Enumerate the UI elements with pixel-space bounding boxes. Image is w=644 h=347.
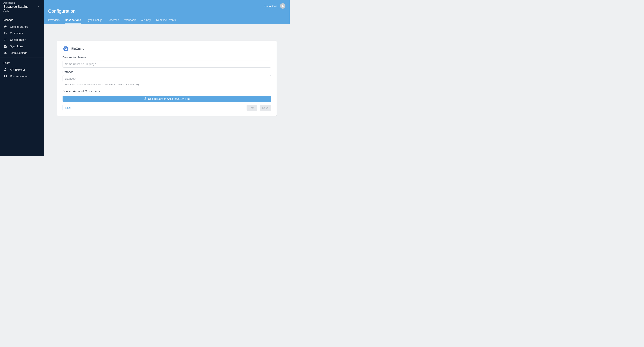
save-button[interactable]: Save: [260, 105, 271, 111]
sidebar-item-label: Sync Runs: [10, 45, 23, 48]
go-to-docs-link[interactable]: Go to docs: [264, 4, 277, 7]
microscope-icon: [4, 68, 7, 71]
people-icon: [4, 31, 7, 35]
tab-destinations[interactable]: Destinations: [65, 18, 81, 24]
test-button[interactable]: Test: [246, 105, 257, 111]
upload-service-account-button[interactable]: Upload Service Account JSON File: [62, 96, 271, 102]
sidebar-item-label: Configuration: [10, 38, 26, 41]
sidebar-item-team-settings[interactable]: Team Settings: [0, 50, 44, 57]
service-account-label: Service Account Credentials: [62, 89, 271, 93]
sidebar-item-label: Documentation: [10, 75, 28, 78]
upload-button-label: Upload Service Account JSON File: [148, 97, 190, 100]
tab-bar: ProvidersDestinationsSync ConfigsSchemas…: [48, 18, 286, 24]
page-header: Go to docs Configuration ProvidersDestin…: [44, 0, 290, 24]
destination-name-input[interactable]: [62, 61, 271, 67]
sidebar-item-getting-started[interactable]: Getting Started: [0, 23, 44, 30]
svg-marker-0: [63, 46, 68, 51]
tab-providers[interactable]: Providers: [48, 18, 60, 24]
upload-icon: [144, 97, 147, 101]
page-title: Configuration: [48, 8, 286, 14]
application-label: Application: [4, 1, 34, 4]
home-icon: [4, 25, 7, 29]
search-file-icon: [4, 44, 7, 48]
tune-icon: [4, 38, 7, 42]
sidebar-item-sync-runs[interactable]: Sync Runs: [0, 43, 44, 50]
sidebar-item-customers[interactable]: Customers: [0, 30, 44, 36]
sidebar-item-configuration[interactable]: Configuration: [0, 36, 44, 43]
user-avatar[interactable]: [280, 3, 286, 9]
sidebar-item-label: Team Settings: [10, 51, 27, 54]
dataset-helper-text: This is the dataset where tables will be…: [65, 83, 271, 86]
tab-api-key[interactable]: API Key: [141, 18, 151, 24]
sidebar-item-label: API Explorer: [10, 68, 25, 71]
sidebar-item-label: Getting Started: [10, 25, 28, 28]
destination-form-card: BigQuery Destination Name Dataset This i…: [57, 40, 276, 116]
sidebar-item-api-explorer[interactable]: API Explorer: [0, 66, 44, 73]
main-content: Go to docs Configuration ProvidersDestin…: [44, 0, 290, 156]
chevron-down-icon: [37, 5, 40, 8]
application-name: Supaglue Staging App: [4, 4, 34, 12]
dataset-label: Dataset: [62, 70, 271, 74]
dataset-input[interactable]: [62, 75, 271, 82]
destination-name-label: Destination Name: [62, 56, 271, 59]
sidebar-section-learn: Learn: [0, 58, 44, 66]
back-button[interactable]: Back: [62, 105, 74, 111]
sidebar-item-documentation[interactable]: Documentation: [0, 73, 44, 81]
destination-type-title: BigQuery: [72, 47, 84, 50]
tab-schemas[interactable]: Schemas: [108, 18, 119, 24]
application-selector[interactable]: Application Supaglue Staging App: [0, 0, 44, 15]
tab-sync-configs[interactable]: Sync Configs: [86, 18, 102, 24]
book-icon: [4, 74, 7, 78]
tab-realtime-events[interactable]: Realtime Events: [156, 18, 176, 24]
tab-webhook[interactable]: Webhook: [124, 18, 136, 24]
sidebar-item-label: Customers: [10, 32, 23, 35]
sidebar: Application Supaglue Staging App Manage …: [0, 0, 44, 156]
bigquery-icon: [62, 45, 69, 52]
user-gear-icon: [4, 51, 7, 55]
sidebar-section-manage: Manage: [0, 15, 44, 23]
